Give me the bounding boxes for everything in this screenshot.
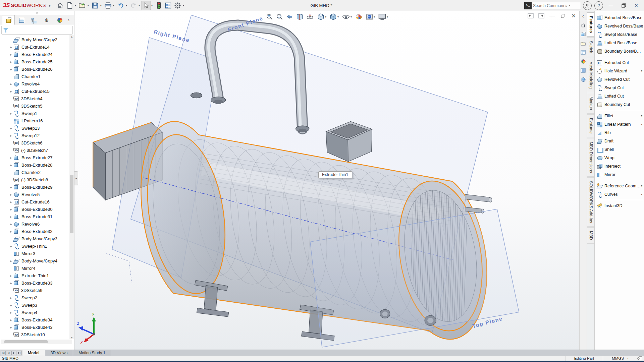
menu-expand-icon[interactable]: ▸ <box>49 4 51 7</box>
reference-geome--button[interactable]: Reference Geome...▾ <box>595 182 644 190</box>
tree-filter-input[interactable] <box>10 28 71 33</box>
select-caret-icon[interactable]: ▾ <box>151 4 153 7</box>
revolved-boss-base-button[interactable]: Revolved Boss/Base <box>595 22 644 30</box>
user-account-icon[interactable] <box>583 1 592 10</box>
save-caret-icon[interactable]: ▾ <box>100 4 102 7</box>
feature-tree-item[interactable]: ▸Boss-Extrude29 <box>0 183 69 191</box>
expand-arrow-icon[interactable]: ▸ <box>9 200 13 204</box>
help-icon[interactable]: ? <box>594 1 603 10</box>
expand-arrow-icon[interactable]: ▸ <box>9 163 13 167</box>
feature-tree-item[interactable]: ▸Sweep12 <box>0 132 69 139</box>
nav-next-button[interactable]: ▶ <box>11 351 16 355</box>
feature-tree-item[interactable]: ▸Boss-Extrude43 <box>0 323 69 331</box>
feature-tree-item[interactable]: 3DSketch10 <box>0 331 69 338</box>
sheet-tab-model[interactable]: Model <box>22 350 45 356</box>
mirror-button[interactable]: Mirror <box>595 170 644 179</box>
swept-cut-button[interactable]: Swept Cut <box>595 83 644 92</box>
feature-tree-item[interactable]: ▸Body-Move/Copy4 <box>0 257 69 264</box>
rib-button[interactable]: Rib <box>595 128 644 137</box>
sheet-tab-motion-study-1[interactable]: Motion Study 1 <box>73 350 111 356</box>
close-button[interactable]: ✕ <box>631 1 642 10</box>
feature-tree-item[interactable]: Mirror3 <box>0 250 69 257</box>
feature-tree-item[interactable]: ▸Sweep3 <box>0 301 69 309</box>
lofted-cut-button[interactable]: Lofted Cut <box>595 92 644 100</box>
home-tab-icon[interactable] <box>580 22 586 28</box>
print-button[interactable] <box>103 1 113 10</box>
tab-markup[interactable]: Markup <box>587 93 595 114</box>
section-view-button[interactable] <box>295 12 304 21</box>
revolved-cut-button[interactable]: Revolved Cut <box>595 75 644 83</box>
search-caret-icon[interactable]: ▾ <box>568 4 572 7</box>
dropdown-caret-icon[interactable]: ▾ <box>641 184 642 187</box>
feature-tree-item[interactable]: 3DSketch5 <box>0 102 69 110</box>
previous-view-button[interactable] <box>285 12 294 21</box>
feature-tree-item[interactable]: ▸Sweep4 <box>0 309 69 316</box>
feature-tree-item[interactable]: ▸Boss-Extrude28 <box>0 161 69 169</box>
expand-arrow-icon[interactable]: ▸ <box>9 112 13 115</box>
design-library-icon[interactable] <box>580 40 586 46</box>
tab-evaluate[interactable]: Evaluate <box>587 114 595 137</box>
shell-button[interactable]: Shell <box>595 145 644 154</box>
expand-arrow-icon[interactable]: ▸ <box>9 89 13 93</box>
feature-tree-item[interactable]: ▸Boss-Extrude26 <box>0 65 69 73</box>
linear-pattern-button[interactable]: Linear Pattern▾ <box>595 120 644 128</box>
expand-arrow-icon[interactable]: ▸ <box>9 325 13 329</box>
expand-arrow-icon[interactable]: ▸ <box>9 303 13 307</box>
search-input[interactable] <box>532 3 565 8</box>
options-button[interactable] <box>173 1 182 10</box>
doc-minimize-button[interactable]: — <box>548 12 556 19</box>
zoom-to-fit-button[interactable] <box>265 12 274 21</box>
feature-tree-item[interactable]: ▸Boss-Extrude32 <box>0 228 69 235</box>
feature-tree-item[interactable]: ▸Sweep-Thin1 <box>0 242 69 250</box>
appearances-icon[interactable] <box>580 58 586 64</box>
expand-arrow-icon[interactable]: ▸ <box>9 53 13 56</box>
expand-arrow-icon[interactable]: ▸ <box>9 45 13 49</box>
expand-arrow-icon[interactable]: ▸ <box>9 156 13 160</box>
rebuild-button[interactable] <box>154 1 164 10</box>
search-commands-box[interactable]: >_ ⌕ ▾ <box>524 2 581 9</box>
tree-filter[interactable] <box>1 26 73 35</box>
task-pane-collapse-icon[interactable]: ‹ <box>580 13 586 19</box>
feature-tree-item[interactable]: 3DSketch9 <box>0 287 69 294</box>
tab-dimxpert-manager[interactable]: ⊕ <box>40 15 53 25</box>
restore-button[interactable] <box>618 1 629 10</box>
doc-restore-button[interactable] <box>559 12 567 19</box>
hole-wizard-button[interactable]: Hole Wizard▾ <box>595 67 644 75</box>
expand-arrow-icon[interactable]: ▸ <box>9 274 13 278</box>
pane-split-right-button[interactable] <box>538 12 545 19</box>
new-document-caret-icon[interactable]: ▾ <box>75 4 76 7</box>
options-caret-icon[interactable]: ▾ <box>183 4 184 7</box>
select-button[interactable] <box>142 1 151 10</box>
redo-button[interactable] <box>129 1 138 10</box>
tab-mbd[interactable]: MBD <box>587 227 595 244</box>
panel-collapse-handle[interactable]: ◂ <box>74 171 78 185</box>
scrollbar-thumb[interactable] <box>4 340 48 343</box>
feature-tree-item[interactable]: LPattern16 <box>0 117 69 124</box>
feature-tree-item[interactable]: ▸Sweep1 <box>0 110 69 117</box>
feature-tree-item[interactable]: ▸Boss-Extrude33 <box>0 279 69 287</box>
home-button[interactable] <box>56 1 65 10</box>
hide-show-items-button[interactable]: ▾ <box>340 12 353 21</box>
scroll-up-icon[interactable]: ▲ <box>70 35 73 38</box>
expand-arrow-icon[interactable]: ▸ <box>9 67 13 71</box>
expand-arrow-icon[interactable]: ▸ <box>9 207 13 211</box>
dropdown-caret-icon[interactable]: ▾ <box>641 69 642 72</box>
units-selector[interactable]: MMGS ▴ <box>612 356 629 360</box>
redo-caret-icon[interactable]: ▾ <box>139 4 140 7</box>
wrap-button[interactable]: Wrap <box>595 154 644 162</box>
expand-arrow-icon[interactable]: ▸ <box>9 222 13 226</box>
feature-tree-item[interactable]: ▸Sweep2 <box>0 294 69 301</box>
feature-tree-item[interactable]: Body-Move/Copy3 <box>0 235 69 242</box>
scrollbar-thumb[interactable] <box>70 175 73 233</box>
print-caret-icon[interactable]: ▾ <box>113 4 114 7</box>
feature-tree-item[interactable]: Mirror4 <box>0 264 69 272</box>
dropdown-caret-icon[interactable]: ▾ <box>641 123 642 126</box>
boundary-boss-base-button[interactable]: Boundary Boss/Base <box>595 47 644 55</box>
expand-arrow-icon[interactable]: ▸ <box>9 134 13 137</box>
expand-arrow-icon[interactable]: ▸ <box>9 296 13 300</box>
tab-sketch[interactable]: Sketch <box>587 37 595 57</box>
3d-content-central-icon[interactable] <box>580 76 586 82</box>
swept-boss-base-button[interactable]: Swept Boss/Base <box>595 30 644 39</box>
view-settings-button[interactable]: ▾ <box>377 12 389 21</box>
tab-solidworks-add-ins[interactable]: SOLIDWORKS Add-Ins <box>587 177 595 227</box>
